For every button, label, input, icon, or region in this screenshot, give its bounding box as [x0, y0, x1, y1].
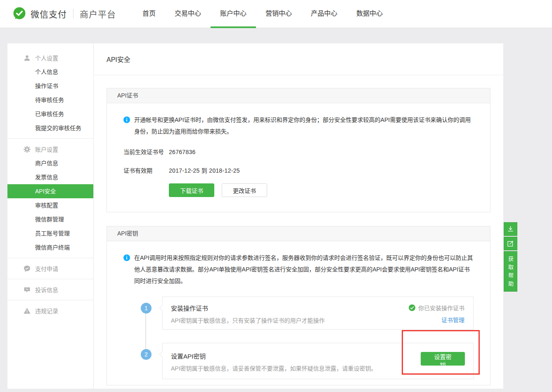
step-1-badge: 1 — [141, 303, 152, 314]
api-key-steps: 1 安装操作证书 API密钥属于敏感信息，只有安装了操作证书的用户才能操作 — [123, 297, 474, 379]
nav-account-center[interactable]: 账户中心 — [211, 0, 256, 28]
sidebar-section-complaint-info[interactable]: 投诉信息 — [7, 283, 93, 297]
sidebar-section-account-settings: 账户设置 — [7, 142, 93, 156]
certificate-number-label: 当前生效证书号 — [123, 147, 169, 156]
api-certificate-panel-body: 开通帐号和更换API证书时，由微信支付签发，用来标识和界定你的身份；部分安全性要… — [107, 103, 490, 212]
warning-triangle-icon — [24, 307, 31, 314]
edit-icon — [507, 240, 514, 247]
step-1-status-text: 你已安装操作证书 — [418, 304, 464, 312]
step-row-install-cert: 1 安装操作证书 API密钥属于敏感信息，只有安装了操作证书的用户才能操作 — [123, 297, 474, 330]
api-key-panel: API密钥 在API调用时用来按照指定规则对你的请求参数进行签名，服务器收到你的… — [107, 226, 490, 385]
download-certificate-button[interactable]: 下载证书 — [169, 183, 214, 197]
sidebar-item-staff-account[interactable]: 员工账号管理 — [7, 226, 93, 240]
step-1-status-line: 你已安装操作证书 — [409, 304, 464, 312]
comment-icon — [24, 286, 31, 293]
download-icon — [507, 226, 514, 233]
main-nav: 首页 交易中心 账户中心 营销中心 产品中心 数据中心 — [133, 0, 392, 28]
brand-platform: 商户平台 — [80, 7, 116, 20]
sidebar: 个人设置 个人信息 操作证书 待审核任务 已审核任务 我提交的审核任务 账户设置… — [7, 43, 94, 389]
sidebar-item-personal-info[interactable]: 个人信息 — [7, 65, 93, 79]
api-certificate-panel: API证书 开通帐号和更换API证书时，由微信支付签发，用来标识和界定你的身份；… — [107, 88, 490, 212]
page-title-row: API安全 — [94, 43, 503, 75]
step-2-box: 设置API密钥 API密钥属于敏感信息，请妥善保管不要泄露，如果怀疑信息泄露，请… — [162, 343, 474, 379]
api-key-panel-title: API密钥 — [117, 230, 138, 237]
certificate-number-value: 26767836 — [169, 149, 196, 155]
user-icon — [24, 55, 31, 62]
nav-product-center[interactable]: 产品中心 — [301, 0, 347, 28]
step-2-badge: 2 — [141, 349, 152, 360]
api-key-panel-body: 在API调用时用来按照指定规则对你的请求参数进行签名，服务器收到你的请求时会进行… — [107, 241, 490, 385]
sidebar-item-operation-cert[interactable]: 操作证书 — [7, 79, 93, 93]
certificate-validity-label: 证书有效期 — [123, 166, 169, 174]
get-help-button[interactable]: 获取帮助 — [504, 251, 517, 292]
float-download-button[interactable] — [504, 222, 517, 236]
step-1-box: 安装操作证书 API密钥属于敏感信息，只有安装了操作证书的用户才能操作 你已安装… — [162, 297, 474, 330]
certificate-info-row: 开通帐号和更换API证书时，由微信支付签发，用来标识和界定你的身份；部分安全性要… — [123, 114, 474, 137]
brand-name: 微信支付 — [31, 7, 67, 20]
api-certificate-panel-header: API证书 — [107, 88, 490, 103]
sidebar-item-wechat-group[interactable]: 微信群管理 — [7, 212, 93, 226]
float-feedback-button[interactable] — [504, 237, 517, 250]
sidebar-section-label: 个人设置 — [35, 54, 58, 62]
nav-home[interactable]: 首页 — [133, 0, 165, 28]
sidebar-section-personal-settings: 个人设置 — [7, 51, 93, 65]
check-circle-icon — [409, 304, 415, 311]
logo-divider — [73, 9, 73, 19]
sidebar-item-merchant-info[interactable]: 商户信息 — [7, 156, 93, 170]
sidebar-item-api-security[interactable]: API安全 — [7, 184, 93, 198]
certificate-management-link[interactable]: 证书管理 — [441, 316, 464, 324]
nav-transaction-center[interactable]: 交易中心 — [165, 0, 211, 28]
sidebar-section-label: 违规记录 — [35, 306, 58, 315]
sidebar-section-violation-record[interactable]: 违规记录 — [7, 304, 93, 318]
sidebar-item-reviewed-tasks[interactable]: 已审核任务 — [7, 107, 93, 121]
api-certificate-panel-title: API证书 — [117, 92, 138, 99]
wechat-pay-logo-icon — [12, 7, 26, 21]
sidebar-divider — [7, 138, 93, 139]
sidebar-item-merchant-terminal[interactable]: 微信商户终端 — [7, 240, 93, 254]
set-api-key-button[interactable]: 设置密钥 — [421, 352, 465, 366]
step-row-set-api-key: 2 设置API密钥 API密钥属于敏感信息，请妥善保管不要泄露，如果怀疑信息泄露… — [123, 343, 474, 379]
info-icon — [123, 116, 130, 123]
api-key-panel-header: API密钥 — [107, 226, 490, 241]
certificate-buttons-row: 下载证书 更改证书 — [169, 183, 474, 197]
content-container: 个人设置 个人信息 操作证书 待审核任务 已审核任务 我提交的审核任务 账户设置… — [7, 43, 503, 389]
sidebar-section-label: 账户设置 — [35, 145, 58, 153]
wechat-bubble-check-icon — [24, 265, 31, 272]
api-key-info-row: 在API调用时用来按照指定规则对你的请求参数进行签名，服务器收到你的请求时会进行… — [123, 252, 474, 287]
sidebar-item-review-config[interactable]: 审核配置 — [7, 198, 93, 212]
certificate-info-text: 开通帐号和更换API证书时，由微信支付签发，用来标识和界定你的身份；部分安全性要… — [134, 114, 474, 137]
sidebar-divider — [7, 279, 93, 279]
nav-data-center[interactable]: 数据中心 — [347, 0, 392, 28]
sidebar-item-pending-tasks[interactable]: 待审核任务 — [7, 93, 93, 107]
certificate-validity-row: 证书有效期 2017-12-25 到 2018-12-25 — [123, 166, 474, 174]
sidebar-item-invoice-info[interactable]: 发票信息 — [7, 170, 93, 184]
sidebar-divider — [7, 300, 93, 300]
sidebar-divider — [7, 258, 93, 258]
sidebar-section-label: 支付申请 — [35, 264, 58, 273]
info-icon — [123, 254, 130, 261]
brand-logo[interactable]: 微信支付 商户平台 — [12, 7, 116, 21]
sidebar-section-label: 投诉信息 — [35, 285, 58, 294]
gear-icon — [24, 146, 31, 153]
page-title: API安全 — [107, 54, 130, 64]
get-help-label: 获取帮助 — [504, 254, 517, 289]
api-key-info-text: 在API调用时用来按照指定规则对你的请求参数进行签名，服务器收到你的请求时会进行… — [134, 252, 474, 287]
sidebar-item-my-submitted-tasks[interactable]: 我提交的审核任务 — [7, 121, 93, 135]
step-1-status-area: 你已安装操作证书 证书管理 — [409, 304, 464, 324]
nav-marketing-center[interactable]: 营销中心 — [256, 0, 301, 28]
certificate-number-row: 当前生效证书号 26767836 — [123, 147, 474, 156]
certificate-validity-value: 2017-12-25 到 2018-12-25 — [169, 166, 240, 174]
sidebar-section-payment-application[interactable]: 支付申请 — [7, 261, 93, 276]
top-bar: 微信支付 商户平台 首页 交易中心 账户中心 营销中心 产品中心 数据中心 — [0, 0, 552, 28]
main-content: API安全 API证书 开通帐号和更换API证书时，由微信支付签发，用来标识和界… — [94, 43, 503, 389]
change-certificate-button[interactable]: 更改证书 — [222, 183, 267, 197]
